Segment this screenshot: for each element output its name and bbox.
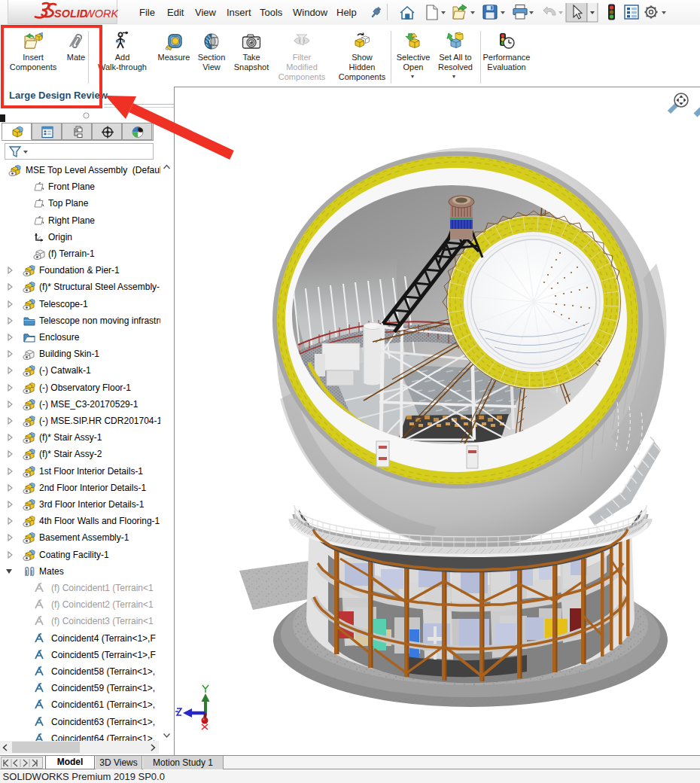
- svg-text:SOLID: SOLID: [54, 8, 88, 20]
- svg-text:WORKS: WORKS: [84, 8, 118, 20]
